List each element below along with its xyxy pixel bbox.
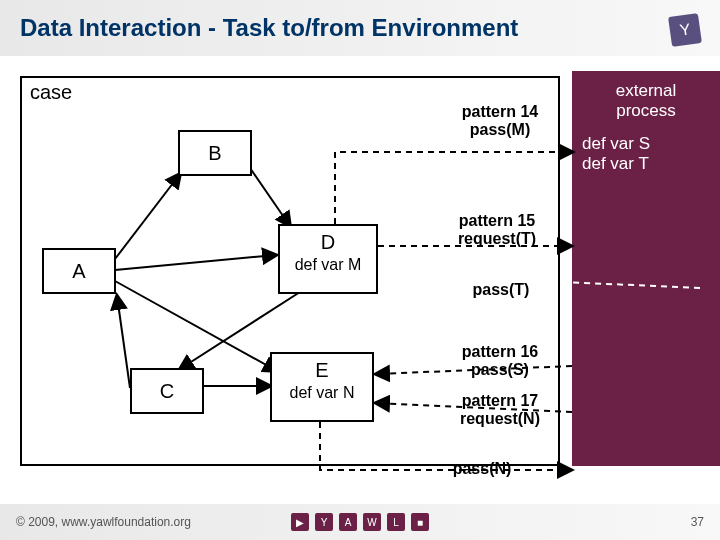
- slide-footer: © 2009, www.yawlfoundation.org ▶ Y A W L…: [0, 504, 720, 540]
- slide-title: Data Interaction - Task to/from Environm…: [20, 14, 518, 42]
- external-defs: def var S def var T: [582, 134, 710, 175]
- annotation-pattern-14: pattern 14pass(M): [450, 103, 550, 138]
- task-e-label: E: [272, 358, 372, 383]
- case-label: case: [30, 81, 72, 104]
- task-d-label: D: [280, 230, 376, 255]
- page-number: 37: [691, 515, 704, 529]
- task-a: A: [42, 248, 116, 294]
- task-b: B: [178, 130, 252, 176]
- y-icon: Y: [315, 513, 333, 531]
- copyright-text: © 2009, www.yawlfoundation.org: [16, 515, 191, 529]
- diagram-canvas: case external process def var S def var …: [0, 56, 720, 496]
- task-d-def: def var M: [280, 255, 376, 275]
- annotation-pattern-16: pattern 16pass(S): [445, 343, 555, 378]
- slide-header: Data Interaction - Task to/from Environm…: [0, 0, 720, 56]
- task-e: E def var N: [270, 352, 374, 422]
- yawl-logo-icon: Y: [668, 13, 702, 47]
- a-icon: A: [339, 513, 357, 531]
- annotation-pattern-15: pattern 15request(T): [442, 212, 552, 247]
- footer-nav-icons: ▶ Y A W L ■: [291, 513, 429, 531]
- external-process-box: external process def var S def var T: [572, 71, 720, 466]
- task-d: D def var M: [278, 224, 378, 294]
- annotation-pass-t: pass(T): [456, 281, 546, 299]
- stop-icon: ■: [411, 513, 429, 531]
- task-c: C: [130, 368, 204, 414]
- task-e-def: def var N: [272, 383, 372, 403]
- annotation-pattern-17: pattern 17request(N): [445, 392, 555, 427]
- play-icon: ▶: [291, 513, 309, 531]
- l-icon: L: [387, 513, 405, 531]
- annotation-pass-n: pass(N): [437, 460, 527, 478]
- w-icon: W: [363, 513, 381, 531]
- external-process-title: external process: [582, 81, 710, 120]
